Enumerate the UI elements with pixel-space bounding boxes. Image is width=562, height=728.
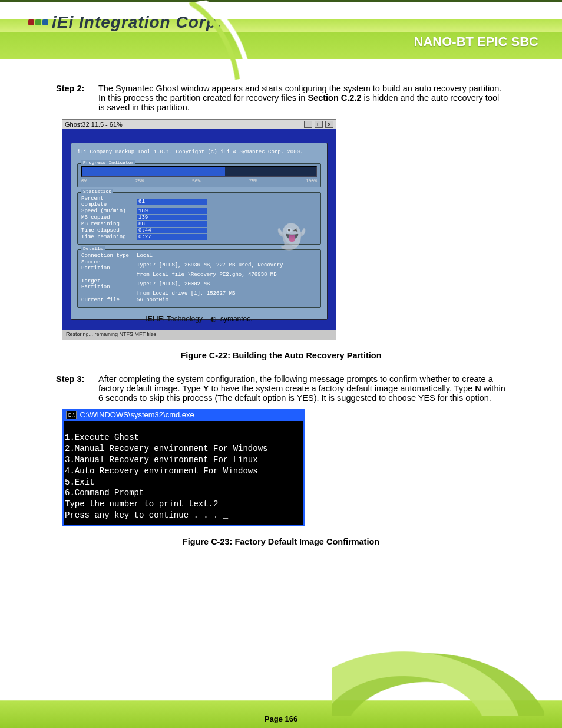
detail-row: from Local drive [1], 152627 MB	[81, 291, 317, 297]
stat-value: 0:27	[137, 234, 207, 240]
statistics-panel-label: Statistics	[81, 189, 113, 194]
stat-value: 189	[137, 208, 207, 214]
ghost-window-title: Ghost32 11.5 - 61%	[65, 121, 123, 128]
brand-logo-mark	[28, 19, 48, 25]
page-header: iEi Integration Corp. NANO-BT EPIC SBC	[0, 0, 562, 66]
figure-caption-c23: Figure C-23: Factory Default Image Confi…	[56, 537, 506, 546]
stat-label: Time elapsed	[81, 228, 132, 233]
detail-row: Current file56 bootwim	[81, 297, 317, 303]
footer-leaf-decoration	[332, 645, 544, 716]
cmd-line: Type the number to print text.2	[65, 499, 302, 510]
detail-row: Target PartitionType:7 [NTFS], 20002 MB	[81, 278, 317, 290]
close-icon[interactable]: ×	[325, 121, 333, 128]
progress-panel-label: Progress Indicator	[81, 160, 135, 165]
step-id: Step 2:	[56, 84, 98, 112]
cmd-screenshot: C:\ C:\WINDOWS\system32\cmd.exe 1.Execut…	[62, 409, 305, 526]
cmd-line: 4.Auto Recovery environment For Windows	[65, 466, 302, 477]
product-name: NANO-BT EPIC SBC	[414, 34, 538, 50]
progress-bar-fill	[82, 167, 225, 176]
stat-row: Percent complete61	[81, 196, 317, 207]
detail-value: Type:7 [NTFS], 26936 MB, 227 MB used, Re…	[137, 262, 283, 268]
page-footer: Page 166	[0, 663, 562, 728]
cmd-line: 2.Manual Recovery environment For Window…	[65, 443, 302, 454]
step-id: Step 3:	[56, 374, 98, 403]
detail-label: Source Partition	[81, 259, 132, 271]
ghost-logo-icon: 👻	[265, 223, 306, 264]
page-content: Step 2: The Symantec Ghost window appear…	[0, 66, 562, 546]
cmd-titlebar: C:\ C:\WINDOWS\system32\cmd.exe	[64, 410, 303, 420]
ghost-caption: iEi Company Backup Tool 1.0.1. Copyright…	[77, 149, 321, 155]
progress-panel: Progress Indicator 0% 25% 50% 75% 100%	[77, 163, 321, 187]
brand-logo-text: iEi Integration Corp.	[52, 13, 222, 32]
ghost-screenshot: Ghost32 11.5 - 61% _ □ × iEi Company Bac…	[62, 119, 336, 340]
cmd-icon: C:\	[66, 411, 77, 419]
step-3: Step 3: After completing the system conf…	[56, 374, 506, 403]
stat-label: MB remaining	[81, 221, 132, 227]
stat-value: 139	[137, 215, 207, 220]
cmd-title: C:\WINDOWS\system32\cmd.exe	[80, 410, 194, 420]
stat-row: Speed (MB/min)189	[81, 208, 317, 214]
stat-label: Speed (MB/min)	[81, 208, 132, 214]
stat-label: Time remaining	[81, 234, 132, 240]
page-number: Page 166	[265, 714, 297, 723]
step-text: After completing the system configuratio…	[98, 374, 506, 403]
detail-label: Target Partition	[81, 278, 132, 290]
maximize-icon[interactable]: □	[315, 121, 323, 128]
figure-caption-c22: Figure C-22: Building the Auto Recovery …	[56, 351, 506, 360]
window-buttons: _ □ ×	[303, 120, 333, 128]
progress-ticks: 0% 25% 50% 75% 100%	[81, 178, 317, 183]
stat-value: 88	[137, 221, 207, 227]
detail-value: 56 bootwim	[137, 297, 168, 303]
detail-value: from Local file \Recovery_PE2.gho, 47693…	[137, 272, 277, 278]
cmd-line: Press any key to continue . . . _	[65, 510, 302, 521]
stat-row: MB copied139	[81, 215, 317, 220]
ghost-status-bar: Restoring... remaining NTFS MFT files	[62, 330, 336, 340]
detail-value: Local	[137, 253, 153, 259]
detail-label: Connection type	[81, 253, 132, 259]
detail-row: from Local file \Recovery_PE2.gho, 47693…	[81, 272, 317, 278]
brand-logo: iEi Integration Corp.	[28, 13, 222, 32]
iei-brand: iEi	[146, 315, 156, 323]
stat-value: 0:44	[137, 228, 207, 233]
ghost-window-titlebar: Ghost32 11.5 - 61% _ □ ×	[62, 120, 336, 129]
detail-label: Current file	[81, 297, 132, 303]
step-2: Step 2: The Symantec Ghost window appear…	[56, 84, 506, 112]
detail-value: Type:7 [NTFS], 20002 MB	[137, 281, 210, 287]
cmd-line: 6.Command Prompt	[65, 487, 302, 499]
cmd-line: 1.Execute Ghost	[65, 432, 302, 443]
stat-label: MB copied	[81, 215, 132, 220]
minimize-icon[interactable]: _	[304, 121, 312, 128]
progress-bar	[81, 166, 317, 177]
cmd-line: 5.Exit	[65, 477, 302, 488]
cmd-line: 3.Manual Recovery environment For Linux	[65, 454, 302, 466]
step-text: The Symantec Ghost window appears and st…	[98, 84, 506, 112]
stat-label: Percent complete	[81, 196, 132, 207]
ghost-footer-brands: iEi IEI Technology ◐ symantec.	[62, 315, 336, 323]
detail-value: from Local drive [1], 152627 MB	[137, 291, 235, 297]
stat-value: 61	[137, 199, 207, 205]
details-panel-label: Details	[81, 246, 105, 251]
